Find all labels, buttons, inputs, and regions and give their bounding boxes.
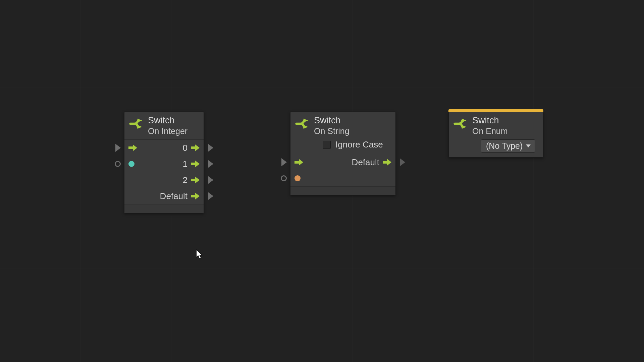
arrow-icon xyxy=(294,159,303,166)
ignore-case-checkbox[interactable] xyxy=(323,141,331,149)
arrow-icon xyxy=(191,193,200,199)
node-subtitle: On String xyxy=(314,126,350,136)
chevron-down-icon xyxy=(526,144,531,147)
node-footer xyxy=(290,186,395,195)
value-in-port[interactable] xyxy=(115,161,121,167)
exec-in-port[interactable] xyxy=(281,158,287,166)
port-row: 1 xyxy=(124,156,204,172)
branch-icon xyxy=(453,116,468,131)
node-switch-on-enum[interactable]: Switch On Enum (No Type) xyxy=(448,112,543,158)
node-header[interactable]: Switch On String xyxy=(290,112,395,139)
node-title: Switch xyxy=(472,115,508,126)
port-row: Default xyxy=(290,154,395,170)
node-footer xyxy=(124,204,204,213)
exec-out-port[interactable] xyxy=(208,192,213,200)
node-header[interactable]: Switch On Integer xyxy=(124,112,204,139)
node-title: Switch xyxy=(314,115,350,126)
node-title: Switch xyxy=(148,115,187,126)
arrow-icon xyxy=(191,177,200,183)
arrow-icon xyxy=(191,161,200,167)
output-label: 0 xyxy=(183,143,187,153)
value-in-port[interactable] xyxy=(281,175,287,181)
branch-icon xyxy=(294,116,310,131)
node-body: Default xyxy=(290,154,395,195)
ignore-case-label: Ignore Case xyxy=(335,139,383,150)
output-label: 1 xyxy=(183,159,187,169)
node-subtitle: On Integer xyxy=(148,126,187,136)
exec-in-port[interactable] xyxy=(115,144,121,152)
string-port-dot[interactable] xyxy=(294,175,301,181)
exec-out-port[interactable] xyxy=(208,176,213,184)
node-header[interactable]: Switch On Enum xyxy=(449,112,543,139)
node-switch-on-string[interactable]: Switch On String Ignore Case Default xyxy=(290,112,396,195)
arrow-icon xyxy=(128,144,137,151)
mouse-cursor xyxy=(196,249,203,259)
output-label: Default xyxy=(352,157,379,168)
int-port-dot[interactable] xyxy=(128,161,135,167)
port-row: 2 xyxy=(124,172,204,188)
output-label: 2 xyxy=(183,175,187,185)
node-subtitle: On Enum xyxy=(472,126,508,136)
exec-out-port[interactable] xyxy=(400,158,405,166)
dropdown-value: (No Type) xyxy=(486,141,523,151)
arrow-icon xyxy=(383,159,391,166)
port-row: Default xyxy=(124,188,204,204)
arrow-icon xyxy=(191,144,200,151)
enum-type-dropdown[interactable]: (No Type) xyxy=(481,139,535,153)
selection-highlight xyxy=(448,109,543,112)
port-row: 0 xyxy=(124,140,204,156)
ignore-case-row: Ignore Case xyxy=(290,139,395,154)
exec-out-port[interactable] xyxy=(208,144,213,152)
exec-out-port[interactable] xyxy=(208,160,213,168)
type-dropdown-row: (No Type) xyxy=(449,139,543,157)
node-body: 0 1 2 Default xyxy=(124,139,204,213)
node-switch-on-integer[interactable]: Switch On Integer 0 1 2 xyxy=(124,112,204,213)
output-label: Default xyxy=(160,191,187,201)
branch-icon xyxy=(128,116,144,131)
port-row xyxy=(290,170,395,186)
